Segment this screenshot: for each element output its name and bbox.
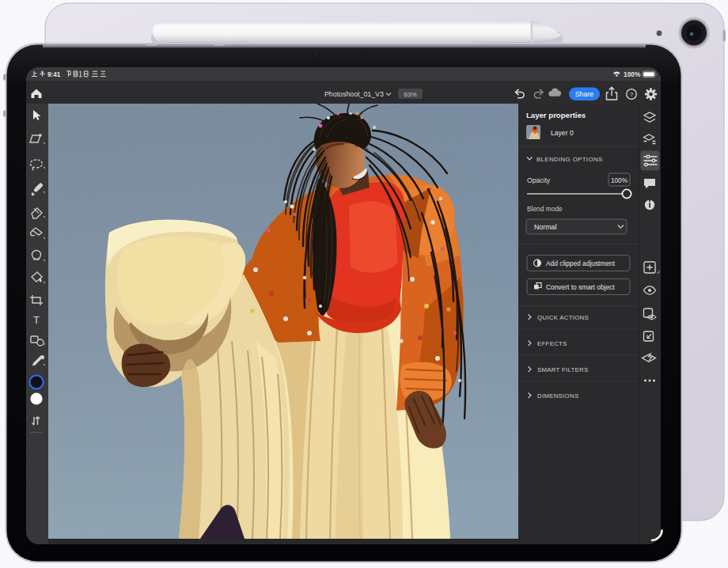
svg-text:Add clipped adjustment: Add clipped adjustment [546,259,616,267]
svg-text:9:41: 9:41 [47,71,61,78]
svg-text:Photoshoot_01_V3: Photoshoot_01_V3 [324,90,384,98]
svg-text:EFFECTS: EFFECTS [537,340,567,347]
svg-text:Layer 0: Layer 0 [551,129,574,137]
svg-text:DIMENSIONS: DIMENSIONS [537,392,578,399]
svg-text:T: T [33,314,40,326]
svg-text:?: ? [630,91,634,98]
svg-text:Layer properties: Layer properties [526,111,586,119]
svg-text:Blend mode: Blend mode [527,205,563,213]
svg-text:Convert to smart object: Convert to smart object [546,283,615,291]
svg-text:Share: Share [575,90,594,98]
svg-text:BLENDING OPTIONS: BLENDING OPTIONS [537,156,603,163]
svg-text:63%: 63% [404,91,416,98]
svg-text:100%: 100% [611,177,628,184]
svg-text:Opacity: Opacity [527,176,551,184]
svg-text:Normal: Normal [534,223,556,231]
svg-text:QUICK ACTIONS: QUICK ACTIONS [537,314,589,321]
svg-text:100%: 100% [624,70,641,78]
svg-text:SMART FILTERS: SMART FILTERS [537,366,589,373]
